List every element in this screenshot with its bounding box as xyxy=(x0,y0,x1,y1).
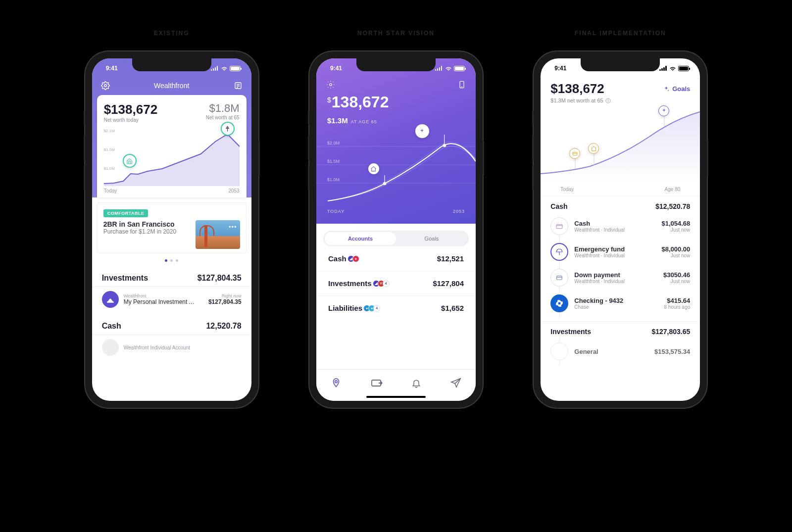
account-value: $127,804.35 xyxy=(208,298,242,305)
row-label: Liabilities xyxy=(328,304,362,312)
account-row-downpayment[interactable]: Down paymentWealthfront · Individual $30… xyxy=(541,265,700,290)
net-worth-card: $138,672 Net worth today $1.8M Net worth… xyxy=(97,95,247,197)
account-name: Emergency fund xyxy=(574,245,655,253)
goal-marker-home[interactable] xyxy=(368,163,379,174)
battery-icon xyxy=(454,66,465,71)
net-worth-value: 138,672 xyxy=(332,93,389,111)
more-icon[interactable]: ••• xyxy=(229,223,237,231)
provider-badge-icon: ● xyxy=(352,255,359,262)
goal-marker-sparkle[interactable] xyxy=(415,124,429,138)
section-value: 12,520.78 xyxy=(206,322,241,331)
phone-frame-final: 9:41 $138,672 Goals $1.3M net worth at 6… xyxy=(534,51,707,408)
projection-chart[interactable]: $2.0M $1.5M $1.0M xyxy=(316,132,476,206)
segment-goals[interactable]: Goals xyxy=(396,232,467,245)
summary-row-cash[interactable]: Cash ◢ ● $12,521 xyxy=(316,246,476,271)
future-net-worth-value: $1.3M xyxy=(327,116,348,125)
chart-x-start: Today xyxy=(104,188,117,193)
account-name: My Personal Investment Ac... xyxy=(124,298,198,305)
account-sub: Chase xyxy=(574,304,658,310)
account-icon xyxy=(550,342,568,360)
svg-rect-24 xyxy=(573,152,577,155)
summary-row-liabilities[interactable]: Liabilities ● ● 4 $1,652 xyxy=(316,296,476,320)
section-cash[interactable]: Cash $12,520.78 xyxy=(541,196,700,213)
section-label: Cash xyxy=(102,322,121,331)
summary-row-investments[interactable]: Investments ◢ V 4 $127,804 xyxy=(316,271,476,296)
goal-marker-home[interactable] xyxy=(123,154,137,168)
phone-frame-existing: 9:41 Wealthfront $138,672 Net worth toda… xyxy=(85,51,258,408)
svg-point-6 xyxy=(330,84,332,86)
net-worth-display: $138,672 xyxy=(316,93,476,111)
section-value: $127,804.35 xyxy=(198,274,242,283)
tab-home-icon[interactable] xyxy=(331,378,342,388)
segment-control[interactable]: Accounts Goals xyxy=(323,231,469,246)
tab-notifications-icon[interactable] xyxy=(411,378,421,388)
net-worth-value: $138,672 xyxy=(550,81,604,97)
cell-signal-icon xyxy=(211,66,219,71)
svg-point-20 xyxy=(608,99,608,99)
sparkle-icon xyxy=(663,86,670,93)
cell-signal-icon xyxy=(659,66,667,71)
account-row-emergency[interactable]: Emergency fundWealthfront · Individual $… xyxy=(541,239,700,265)
wifi-icon xyxy=(445,66,452,71)
goal-status-badge: COMFORTABLE xyxy=(103,209,148,217)
projection-chart[interactable]: $2.1M $1.5M $1.0M xyxy=(104,127,240,186)
column-title-existing: EXISTING xyxy=(154,30,190,37)
status-time: 9:41 xyxy=(554,65,566,72)
row-label: Cash xyxy=(328,254,346,263)
goal-title: 2BR in San Francisco xyxy=(103,220,191,228)
tab-send-icon[interactable] xyxy=(450,378,461,388)
section-value: $127,803.65 xyxy=(651,328,690,336)
svg-point-16 xyxy=(335,380,338,383)
account-name: Checking - 9432 xyxy=(574,297,658,304)
tab-transfer-icon[interactable] xyxy=(371,379,383,387)
account-value: $153,575.34 xyxy=(654,348,690,355)
section-cash[interactable]: Cash 12,520.78 xyxy=(92,316,251,335)
settings-icon[interactable] xyxy=(326,80,335,89)
account-row-general[interactable]: General $153,575.34 xyxy=(541,339,700,364)
chart-x-end: 2053 xyxy=(453,209,465,214)
umbrella-icon xyxy=(550,243,568,261)
battery-icon xyxy=(230,66,241,71)
account-value: $1,054.68 xyxy=(661,220,690,227)
svg-rect-27 xyxy=(557,276,562,280)
wifi-icon xyxy=(669,66,676,71)
goals-link-label: Goals xyxy=(672,85,690,93)
account-sub: Wealthfront · Individual xyxy=(574,279,657,284)
column-title-final: FINAL IMPLEMENTATION xyxy=(575,30,666,37)
goal-marker-retirement[interactable] xyxy=(221,122,235,136)
section-investments[interactable]: Investments $127,804.35 xyxy=(92,268,251,287)
page-indicator xyxy=(92,253,251,268)
account-name: Wealthfront Individual Account xyxy=(124,345,198,350)
account-row-cash[interactable]: Wealthfront Individual Account xyxy=(92,335,251,360)
phone-frame-northstar: 9:41 $138,672 $1.3M AT AGE 65 $2.0M $1.5… xyxy=(309,51,483,408)
card-icon xyxy=(550,269,568,287)
net-worth-today-value: $138,672 xyxy=(104,102,157,117)
account-row-investment[interactable]: Wealthfront My Personal Investment Ac...… xyxy=(92,287,251,312)
settings-icon[interactable] xyxy=(101,81,110,90)
provider-count-badge: 4 xyxy=(383,280,390,287)
news-icon[interactable] xyxy=(234,81,243,90)
projection-chart[interactable] xyxy=(541,109,700,184)
account-name: General xyxy=(574,348,648,355)
segment-accounts[interactable]: Accounts xyxy=(325,232,396,245)
provider-count-badge: 4 xyxy=(373,305,380,312)
chart-x-end: 2053 xyxy=(228,188,239,193)
account-updated: 8 hours ago xyxy=(664,304,690,310)
account-sub: Wealthfront · Individual xyxy=(574,227,655,233)
status-time: 9:41 xyxy=(106,65,118,72)
section-investments[interactable]: Investments $127,803.65 xyxy=(541,321,700,339)
chart-x-start: TODAY xyxy=(327,209,345,214)
row-value: $127,804 xyxy=(433,279,464,288)
phone-icon[interactable] xyxy=(458,80,466,89)
account-name: Down payment xyxy=(574,271,657,279)
account-row-cash[interactable]: CashWealthfront · Individual $1,054.68Ju… xyxy=(541,213,700,239)
account-updated: Right now xyxy=(208,293,242,298)
goals-link[interactable]: Goals xyxy=(663,85,690,93)
account-row-checking[interactable]: Checking - 9432Chase $415.648 hours ago xyxy=(541,290,700,316)
info-icon[interactable] xyxy=(605,98,611,103)
net-worth-65-value: $1.8M xyxy=(206,102,240,115)
section-label: Cash xyxy=(550,202,567,210)
goal-card[interactable]: COMFORTABLE 2BR in San Francisco Purchas… xyxy=(97,202,247,253)
wallet-icon xyxy=(550,217,568,235)
battery-icon xyxy=(678,66,689,71)
